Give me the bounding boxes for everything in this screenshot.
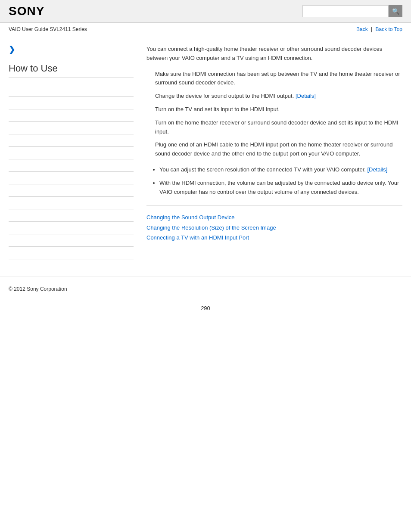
sidebar-link[interactable] xyxy=(9,100,134,106)
note-1-details-link[interactable]: [Details] xyxy=(367,166,388,173)
section-divider-bottom xyxy=(146,250,402,250)
sidebar-link[interactable] xyxy=(9,250,134,256)
step-2-text: Change the device for sound output to th… xyxy=(155,93,294,99)
breadcrumb-nav: Back | Back to Top xyxy=(356,26,402,32)
guide-title: VAIO User Guide SVL2411 Series xyxy=(9,26,87,32)
search-icon: 🔍 xyxy=(392,8,399,15)
sidebar-link[interactable] xyxy=(9,137,134,143)
step-2: Change the device for sound output to th… xyxy=(155,92,402,101)
intro-text: You can connect a high-quality home thea… xyxy=(146,45,402,63)
list-item[interactable] xyxy=(9,197,134,209)
step-3-text: Turn on the TV and set its input to the … xyxy=(155,106,280,112)
list-item[interactable] xyxy=(9,97,134,109)
sidebar-link[interactable] xyxy=(9,212,134,218)
sidebar-link[interactable] xyxy=(9,125,134,131)
sony-logo: SONY xyxy=(9,4,44,18)
search-button[interactable]: 🔍 xyxy=(389,5,402,17)
search-container: 🔍 xyxy=(302,5,402,17)
list-item[interactable] xyxy=(9,172,134,184)
step-3: Turn on the TV and set its input to the … xyxy=(155,105,402,114)
search-input[interactable] xyxy=(302,5,389,17)
list-item[interactable] xyxy=(9,147,134,159)
step-2-details-link[interactable]: [Details] xyxy=(296,93,316,99)
breadcrumb-bar: VAIO User Guide SVL2411 Series Back | Ba… xyxy=(0,23,411,36)
related-link-2[interactable]: Changing the Resolution (Size) of the Sc… xyxy=(146,223,402,233)
header: SONY 🔍 xyxy=(0,0,411,23)
sidebar-nav-list xyxy=(9,84,134,259)
note-1-text: You can adjust the screen resolution of … xyxy=(159,166,366,173)
list-item[interactable] xyxy=(9,122,134,134)
steps-list: Make sure the HDMI connection has been s… xyxy=(155,70,402,159)
back-to-top-link[interactable]: Back to Top xyxy=(376,26,402,32)
back-link[interactable]: Back xyxy=(356,26,368,32)
related-link-1[interactable]: Changing the Sound Output Device xyxy=(146,212,402,222)
list-item[interactable] xyxy=(9,222,134,234)
note-1: You can adjust the screen resolution of … xyxy=(159,165,402,174)
step-5-text: Plug one end of an HDMI cable to the HDM… xyxy=(155,141,392,157)
footer: © 2012 Sony Corporation xyxy=(0,277,411,301)
list-item[interactable] xyxy=(9,234,134,247)
list-item[interactable] xyxy=(9,159,134,172)
sidebar: ❯ How to Use xyxy=(9,45,142,259)
list-item[interactable] xyxy=(9,247,134,259)
page-number: 290 xyxy=(0,301,411,316)
step-5: Plug one end of an HDMI cable to the HDM… xyxy=(155,140,402,159)
list-item[interactable] xyxy=(9,134,134,147)
list-item[interactable] xyxy=(9,184,134,197)
steps-container: Make sure the HDMI connection has been s… xyxy=(146,70,402,159)
sidebar-title: How to Use xyxy=(9,63,134,78)
copyright-text: © 2012 Sony Corporation xyxy=(9,286,67,292)
step-4: Turn on the home theater receiver or sur… xyxy=(155,118,402,137)
sidebar-link[interactable] xyxy=(9,187,134,193)
list-item[interactable] xyxy=(9,84,134,97)
list-item[interactable] xyxy=(9,209,134,222)
step-4-text: Turn on the home theater receiver or sur… xyxy=(155,119,399,135)
list-item[interactable] xyxy=(9,109,134,122)
sidebar-link[interactable] xyxy=(9,112,134,118)
content-wrapper: ❯ How to Use You can connect a high-qual… xyxy=(0,36,411,268)
sidebar-link[interactable] xyxy=(9,225,134,231)
sidebar-link[interactable] xyxy=(9,87,134,93)
step-1: Make sure the HDMI connection has been s… xyxy=(155,70,402,88)
note-2: With the HDMI connection, the volume can… xyxy=(159,179,402,197)
related-links: Changing the Sound Output Device Changin… xyxy=(146,212,402,243)
related-link-3[interactable]: Connecting a TV with an HDMI Input Port xyxy=(146,233,402,243)
section-divider xyxy=(146,205,402,205)
main-content: You can connect a high-quality home thea… xyxy=(142,45,402,259)
breadcrumb-separator: | xyxy=(371,26,372,32)
notes-list: You can adjust the screen resolution of … xyxy=(159,165,402,196)
sidebar-chevron-icon[interactable]: ❯ xyxy=(9,45,134,54)
sidebar-link[interactable] xyxy=(9,150,134,156)
sidebar-link[interactable] xyxy=(9,175,134,181)
step-1-text: Make sure the HDMI connection has been s… xyxy=(155,71,400,86)
sidebar-link[interactable] xyxy=(9,237,134,243)
sidebar-link[interactable] xyxy=(9,162,134,168)
sidebar-link[interactable] xyxy=(9,200,134,206)
note-2-text: With the HDMI connection, the volume can… xyxy=(159,180,399,195)
